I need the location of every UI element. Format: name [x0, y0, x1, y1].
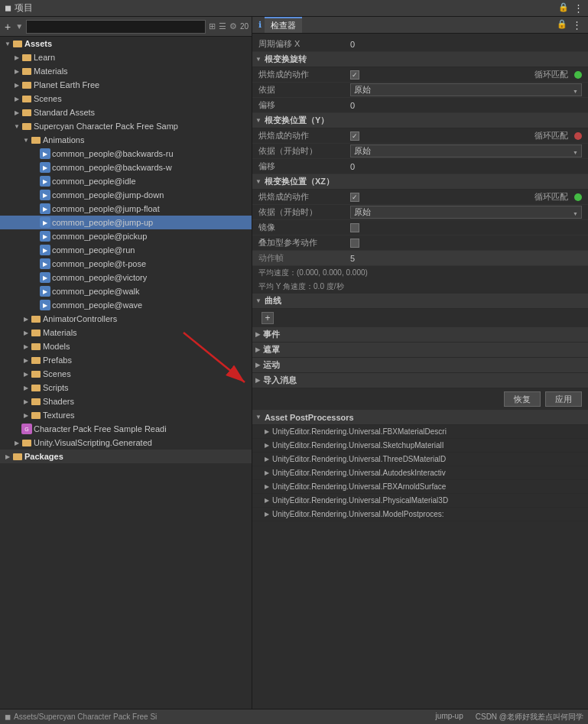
tree-item-anim11[interactable]: ▶ common_people@walk	[0, 284, 252, 298]
folder-icon-visualscripting	[21, 437, 32, 448]
asset-post-header[interactable]: ▼ Asset PostProcessors	[252, 410, 588, 425]
section-arrow-rotation: ▼	[255, 56, 262, 63]
tree-item-animcontrollers[interactable]: AnimatorControllers	[0, 312, 252, 326]
tree-item-anim4[interactable]: ▶ common_people@jump-down	[0, 188, 252, 202]
asset-post-item-6: ▶ UnityEditor.Rendering.Universal.Physic…	[252, 494, 588, 508]
basis-dropdown-rotation[interactable]: 原始	[350, 83, 582, 96]
mirror-checkbox[interactable]	[350, 223, 359, 232]
tree-item-supercyan[interactable]: Supercyan Character Pack Free Samp	[0, 119, 252, 133]
tree-item-charpack[interactable]: G Character Pack Free Sample Readi	[0, 422, 252, 436]
root-posXZ-header[interactable]: ▼ 根变换位置（XZ）	[252, 174, 588, 190]
curves-header[interactable]: ▼ 曲线	[252, 294, 588, 309]
label-scripts: Scripts	[43, 383, 69, 392]
tree-item-anim9[interactable]: ▶ common_people@t-pose	[0, 257, 252, 271]
anim-icon-12: ▶	[40, 300, 50, 310]
tree-item-anim1[interactable]: ▶ common_people@backwards-ru	[0, 147, 252, 161]
inspector-tab[interactable]: 检查器	[265, 17, 302, 33]
tree-item-shaders[interactable]: Shaders	[0, 394, 252, 408]
label-anim3: common_people@idle	[52, 177, 136, 186]
tree-item-prefabs[interactable]: Prefabs	[0, 353, 252, 367]
lock-inspector-icon[interactable]: 🔒	[557, 19, 567, 31]
menu-icon[interactable]: ⋮	[573, 2, 583, 14]
tree-item-anim12[interactable]: ▶ common_people@wave	[0, 298, 252, 312]
tree-item-scenes[interactable]: Scenes	[0, 92, 252, 106]
arrow-scenes	[12, 94, 21, 103]
additive-checkbox[interactable]	[350, 239, 359, 248]
filter-icon[interactable]: ⊞	[209, 21, 216, 31]
tree-item-anim10[interactable]: ▶ common_people@victory	[0, 271, 252, 284]
apply-button[interactable]: 应用	[545, 391, 582, 407]
folder-icon-scenes	[21, 93, 32, 104]
tree-item-models[interactable]: Models	[0, 339, 252, 353]
more-icon[interactable]: ⚙	[229, 21, 237, 31]
tree-container[interactable]: Assets Learn Materials Planet Earth Free	[0, 37, 252, 709]
tree-item-anim2[interactable]: ▶ common_people@backwards-w	[0, 161, 252, 174]
tree-item-materials[interactable]: Materials	[0, 64, 252, 78]
dropdown-arrow-posXZ	[573, 208, 578, 217]
motion-header[interactable]: ▶ 运动	[252, 358, 588, 373]
tree-item-materials2[interactable]: Materials	[0, 326, 252, 339]
basis-label-posY: 依据（开始时）	[258, 145, 350, 157]
curves-add-row: +	[252, 309, 588, 327]
tree-item-standard[interactable]: Standard Assets	[0, 106, 252, 119]
mask-label: 遮罩	[263, 344, 280, 356]
tree-item-anim8[interactable]: ▶ common_people@run	[0, 243, 252, 257]
root-rotation-header[interactable]: ▼ 根变换旋转	[252, 52, 588, 67]
tree-item-planet[interactable]: Planet Earth Free	[0, 78, 252, 92]
view-icon[interactable]: ☰	[219, 21, 226, 31]
tree-item-anim3[interactable]: ▶ common_people@idle	[0, 174, 252, 188]
import-header[interactable]: ▶ 导入消息	[252, 373, 588, 388]
periodic-offset-value: 0	[350, 40, 582, 49]
basis-dropdown-posY[interactable]: 原始	[350, 144, 582, 157]
tree-item-animations[interactable]: Animations	[0, 133, 252, 147]
tree-item-scenes2[interactable]: Scenes	[0, 367, 252, 381]
tree-item-learn[interactable]: Learn	[0, 50, 252, 64]
add-curve-button[interactable]: +	[262, 312, 274, 324]
dot-rotation	[574, 71, 582, 79]
basis-value-posXZ: 原始	[354, 206, 371, 218]
arrow-visualscripting	[12, 438, 21, 447]
basis-dropdown-posXZ[interactable]: 原始	[350, 206, 582, 219]
arrow-standard	[12, 108, 21, 117]
label-anim8: common_people@run	[52, 245, 135, 255]
tree-item-anim5[interactable]: ▶ common_people@jump-float	[0, 202, 252, 216]
tree-item-packages[interactable]: Packages	[0, 450, 252, 463]
tree-item-assets[interactable]: Assets	[0, 37, 252, 50]
tree-item-anim6[interactable]: ▶ common_people@jump-up	[0, 216, 252, 229]
additive-row: 叠加型参考动作	[252, 235, 588, 251]
add-button[interactable]: +	[3, 21, 12, 33]
label-anim10: common_people@victory	[52, 273, 147, 282]
events-label: 事件	[263, 329, 280, 340]
events-header[interactable]: ▶ 事件	[252, 327, 588, 343]
anim-icon-2: ▶	[40, 162, 50, 173]
tree-item-scripts[interactable]: Scripts	[0, 381, 252, 394]
post-arrow-7: ▶	[265, 511, 269, 518]
baking-checkbox-posXZ[interactable]	[350, 193, 359, 202]
anim-icon-9: ▶	[40, 258, 50, 269]
tree-item-textures[interactable]: Textures	[0, 408, 252, 422]
lock-icon[interactable]: 🔒	[558, 2, 569, 14]
anim-icon-5: ▶	[40, 203, 50, 214]
arrow-animations	[21, 135, 31, 144]
label-animations: Animations	[43, 135, 84, 144]
search-input[interactable]	[26, 20, 206, 34]
tree-item-visualscripting[interactable]: Unity.VisualScripting.Generated	[0, 436, 252, 450]
basis-label-rotation: 依据	[258, 84, 350, 96]
root-posY-label: 根变换位置（Y）	[265, 115, 329, 126]
menu-inspector-icon[interactable]: ⋮	[572, 19, 582, 31]
folder-icon-prefabs	[31, 355, 41, 365]
root-posXZ-label: 根变换位置（XZ）	[265, 176, 334, 187]
post-label-1: UnityEditor.Rendering.Universal.FBXMater…	[272, 427, 447, 436]
root-posY-header[interactable]: ▼ 根变换位置（Y）	[252, 113, 588, 128]
root-rotation-offset-row: 偏移 0	[252, 98, 588, 113]
anim-icon-6: ▶	[40, 217, 50, 228]
post-label-5: UnityEditor.Rendering.Universal.FBXArnol…	[272, 482, 446, 491]
mask-header[interactable]: ▶ 遮罩	[252, 343, 588, 358]
bottom-bar-right: jump-up CSDN @老师好我差点叫何同学	[436, 712, 583, 722]
basis-value-posY: 原始	[354, 145, 371, 157]
baking-checkbox-rotation[interactable]	[350, 70, 359, 80]
tree-item-anim7[interactable]: ▶ common_people@pickup	[0, 229, 252, 243]
post-arrow-5: ▶	[265, 483, 269, 490]
revert-button[interactable]: 恢复	[504, 391, 541, 407]
baking-checkbox-posY[interactable]	[350, 131, 359, 141]
